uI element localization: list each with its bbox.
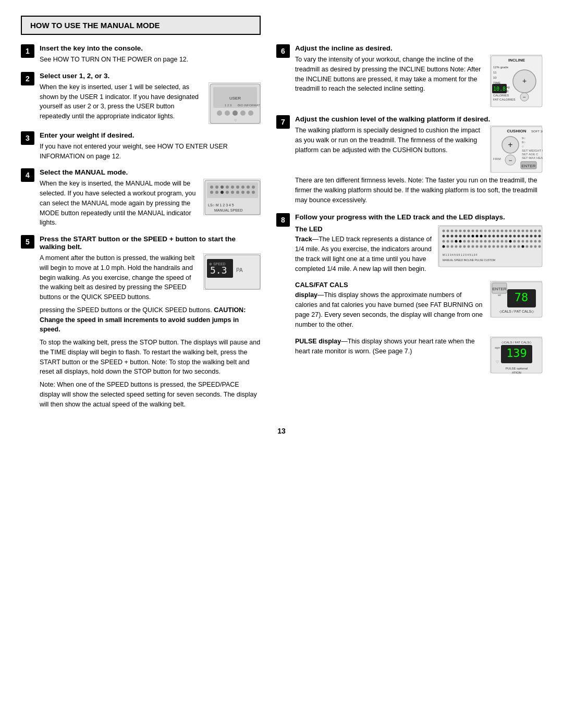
svg-point-158	[501, 245, 504, 248]
svg-point-86	[501, 230, 504, 232]
svg-point-16	[226, 186, 229, 189]
svg-point-106	[484, 235, 487, 238]
step-2-title: Select user 1, 2, or 3.	[40, 72, 261, 80]
svg-point-29	[247, 191, 250, 194]
led-section-title: The LED	[295, 225, 433, 233]
svg-point-20	[247, 186, 250, 189]
svg-text:78: 78	[515, 291, 529, 304]
svg-text:INCLINE: INCLINE	[508, 58, 525, 63]
header-title: HOW TO USE THE MANUAL MODE	[30, 21, 160, 30]
svg-point-154	[484, 245, 487, 248]
svg-point-156	[493, 245, 495, 248]
svg-point-85	[497, 230, 499, 232]
svg-text:♡: ♡	[234, 119, 237, 122]
svg-point-123	[455, 240, 458, 243]
svg-point-13	[210, 186, 213, 189]
pulse-display-image: ◇CALS / FAT CALS◇ age 139 ♡ PULSE option…	[490, 337, 542, 373]
cals-title: CALS/FAT CALS	[295, 281, 484, 289]
svg-point-138	[518, 240, 520, 243]
svg-point-27	[236, 191, 239, 194]
svg-point-116	[526, 235, 529, 238]
svg-point-72	[443, 230, 445, 232]
svg-point-143	[538, 240, 541, 243]
svg-point-111	[505, 235, 508, 238]
step-6-content: Adjust the incline as desired. To vary t…	[295, 44, 542, 107]
svg-point-79	[472, 230, 474, 232]
svg-point-165	[530, 245, 533, 248]
svg-point-114	[518, 235, 520, 238]
step-2-number: 2	[21, 72, 34, 85]
svg-point-151	[472, 245, 474, 248]
svg-point-146	[451, 245, 454, 248]
step-4: 4 Select the MANUAL mode. When the key i…	[21, 168, 261, 228]
step-5-body-warning: pressing the SPEED buttons or the QUICK …	[40, 305, 261, 335]
cals-display-image: ENTER wt 78 ◇CALS / FAT CALS◇	[490, 281, 542, 317]
step-6-inner: 6 Adjust the incline as desired. To vary…	[276, 44, 542, 107]
cushion-image: CUSHION SOFT 10○ + − 9○	[490, 126, 542, 172]
svg-point-110	[501, 235, 504, 238]
svg-point-98	[451, 235, 454, 238]
svg-point-74	[451, 230, 454, 232]
svg-text:PULSE optional: PULSE optional	[506, 367, 528, 370]
svg-text:FAT CALORIES: FAT CALORIES	[493, 98, 515, 101]
svg-point-149	[463, 245, 466, 248]
svg-point-93	[530, 230, 533, 232]
step-7-title: Adjust the cushion level of the walking …	[295, 115, 542, 123]
svg-point-28	[241, 191, 244, 194]
step-4-body: When the key is inserted, the MANUAL mod…	[40, 179, 197, 228]
svg-point-161	[513, 245, 516, 248]
svg-point-148	[459, 245, 462, 248]
svg-point-141	[530, 240, 533, 243]
left-column: 1 Insert the key into the console. See H…	[21, 44, 261, 416]
svg-point-105	[480, 235, 483, 238]
step-7-body: The walking platform is specially design…	[295, 126, 484, 155]
svg-point-124	[459, 240, 462, 243]
svg-text:M  1  2  3  4  5  0.5  1  2  3: M 1 2 3 4 5 0.5 1 2 3 4 5 1.0 F	[443, 253, 478, 256]
step-3-content: Enter your weight if desired. If you hav…	[40, 131, 261, 162]
svg-point-135	[505, 240, 508, 243]
svg-point-18	[236, 186, 239, 189]
page-number: 13	[21, 427, 542, 435]
step-3-body: If you have not entered your weight, see…	[40, 142, 261, 162]
svg-point-142	[534, 240, 537, 243]
svg-point-122	[451, 240, 454, 243]
svg-point-132	[493, 240, 495, 243]
svg-point-17	[231, 186, 234, 189]
svg-point-150	[468, 245, 470, 248]
svg-text:−: −	[508, 157, 512, 164]
step-7-body2: There are ten different firmness levels.…	[295, 176, 542, 205]
svg-point-160	[509, 245, 512, 248]
svg-point-76	[459, 230, 462, 232]
svg-text:SOFT 10○: SOFT 10○	[531, 130, 543, 133]
step-6-title: Adjust the incline as desired.	[295, 44, 542, 52]
svg-point-145	[447, 245, 449, 248]
svg-text:10: 10	[493, 76, 497, 79]
step-1-body: See HOW TO TURN ON THE POWER on page 12.	[40, 55, 261, 65]
svg-point-23	[215, 191, 218, 194]
svg-text:−: −	[523, 94, 526, 100]
track-dash: —	[312, 236, 319, 243]
svg-point-163	[522, 245, 524, 248]
svg-point-113	[513, 235, 516, 238]
cals-dash: —	[317, 291, 324, 299]
cals-section: CALS/FAT CALS display—This display shows…	[295, 281, 542, 329]
two-column-layout: 1 Insert the key into the console. See H…	[21, 44, 542, 416]
svg-point-121	[447, 240, 449, 243]
svg-text:◇CALS / FAT CALS◇: ◇CALS / FAT CALS◇	[501, 341, 532, 344]
led-title: The LED	[295, 225, 323, 233]
header-box: HOW TO USE THE MANUAL MODE	[21, 16, 261, 35]
svg-text:FIRM: FIRM	[493, 157, 501, 161]
svg-text:USER: USER	[229, 96, 241, 101]
svg-text:ENTER: ENTER	[521, 164, 535, 168]
svg-point-152	[476, 245, 479, 248]
svg-point-130	[484, 240, 487, 243]
step-5-row: A moment after the button is pressed, th…	[40, 253, 261, 302]
manual-mode-image: LS○ M 1 2 3 4 5 MANUAL SPEED	[203, 179, 261, 215]
step-3: 3 Enter your weight if desired. If you h…	[21, 131, 261, 162]
svg-point-81	[480, 230, 483, 232]
svg-text:11: 11	[493, 71, 497, 74]
svg-point-107	[488, 235, 491, 238]
svg-text:♡: ♡	[496, 360, 499, 364]
step-1-title: Insert the key into the console.	[40, 44, 261, 52]
svg-point-137	[513, 240, 516, 243]
